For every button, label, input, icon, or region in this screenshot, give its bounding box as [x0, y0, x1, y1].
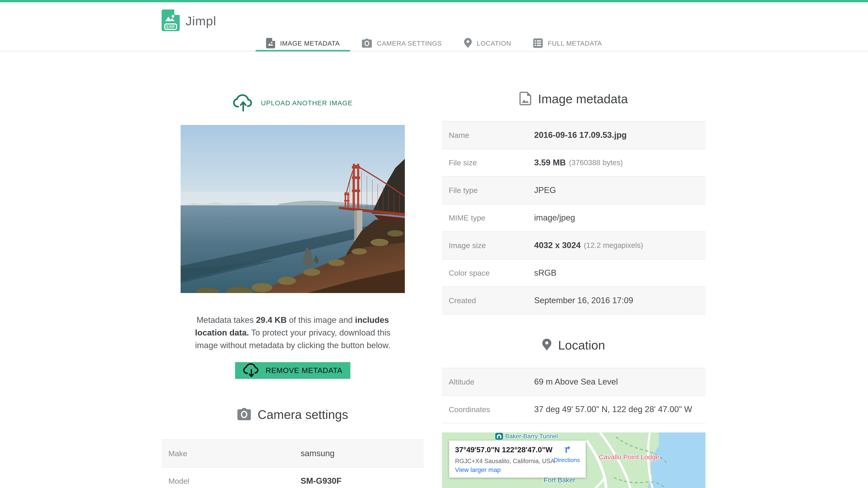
table-row: File type JPEG: [442, 177, 706, 204]
location-heading: Location: [442, 338, 706, 352]
row-note: (12.2 megapixels): [584, 241, 643, 250]
table-row: Color space sRGB: [442, 259, 706, 287]
table-row: Altitude 69 m Above Sea Level: [442, 368, 706, 396]
remove-button-label: REMOVE METADATA: [266, 366, 342, 375]
row-value: sRGB: [534, 268, 557, 278]
row-value: 69 m Above Sea Level: [534, 377, 618, 387]
image-file-icon: [520, 92, 531, 106]
table-row: Coordinates 37 deg 49' 57.00" N, 122 deg…: [442, 396, 706, 423]
upload-another-image-link[interactable]: UPLOAD ANOTHER IMAGE: [162, 93, 424, 113]
svg-text:EXIF: EXIF: [166, 25, 175, 29]
image-metadata-title: Image metadata: [538, 92, 628, 106]
main-content: UPLOAD ANOTHER IMAGE: [162, 52, 706, 488]
row-value: samsung: [301, 449, 335, 458]
tab-camera-settings[interactable]: CAMERA SETTINGS: [351, 36, 452, 51]
location-table: Altitude 69 m Above Sea Level Coordinate…: [442, 368, 706, 423]
camera-settings-heading: Camera settings: [162, 408, 424, 422]
row-label: File type: [442, 186, 534, 195]
pin-icon: [542, 338, 551, 352]
camera-icon: [237, 408, 251, 421]
row-value: 4032 x 3024: [534, 240, 581, 250]
row-label: Model: [162, 477, 301, 486]
table-row: File size 3.59 MB (3760388 bytes): [442, 149, 706, 177]
map-label-lodge: Cavallo Point Lodge: [599, 453, 659, 461]
view-larger-map-link[interactable]: View larger map: [455, 466, 501, 474]
privacy-note: Metadata takes 29.4 KB of this image and…: [190, 314, 396, 352]
row-label: Created: [442, 296, 534, 305]
table-row: Name 2016-09-16 17.09.53.jpg: [442, 122, 706, 149]
row-label: Image size: [442, 241, 534, 250]
list-icon: [533, 38, 543, 49]
camera-settings-title: Camera settings: [258, 408, 348, 422]
table-row: Created September 16, 2016 17:09: [442, 287, 706, 315]
jimpl-exif-logo-icon: EXIF: [162, 9, 180, 32]
tab-label: IMAGE METADATA: [280, 40, 340, 47]
row-note: (3760388 bytes): [569, 158, 623, 167]
row-value: SM-G930F: [301, 476, 342, 486]
row-label: Color space: [442, 269, 534, 278]
tab-bar: IMAGE METADATA CAMERA SETTINGS LOCATION: [0, 36, 868, 52]
tab-label: CAMERA SETTINGS: [377, 40, 442, 47]
row-label: Make: [162, 449, 301, 458]
row-label: MIME type: [442, 214, 534, 222]
camera-settings-table: Make samsung Model SM-G930F: [162, 440, 424, 488]
row-label: File size: [442, 158, 534, 167]
tab-location[interactable]: LOCATION: [454, 36, 522, 51]
row-value: 3.59 MB: [534, 158, 566, 167]
tab-image-metadata[interactable]: IMAGE METADATA: [256, 36, 350, 51]
tab-label: FULL METADATA: [548, 40, 602, 47]
row-value: 2016-09-16 17.09.53.jpg: [534, 130, 627, 140]
image-metadata-table: Name 2016-09-16 17.09.53.jpg File size 3…: [442, 121, 706, 315]
brand-logo[interactable]: EXIF Jimpl: [162, 9, 706, 33]
tab-label: LOCATION: [477, 40, 511, 47]
table-row: Model SM-G930F: [162, 467, 424, 488]
directions-icon: [563, 445, 571, 455]
row-label: Name: [442, 131, 534, 140]
upload-link-label: UPLOAD ANOTHER IMAGE: [261, 99, 352, 107]
row-label: Altitude: [442, 378, 534, 386]
brand-name: Jimpl: [186, 13, 216, 28]
tab-full-metadata[interactable]: FULL METADATA: [523, 36, 612, 51]
row-value: September 16, 2016 17:09: [534, 296, 633, 305]
directions-label: Directions: [554, 457, 580, 464]
left-column: UPLOAD ANOTHER IMAGE: [162, 52, 424, 488]
directions-link[interactable]: Directions: [554, 445, 580, 464]
cloud-upload-icon: [233, 93, 254, 113]
image-file-icon: [266, 38, 275, 49]
camera-icon: [362, 39, 372, 48]
row-value: image/jpeg: [534, 213, 575, 223]
cloud-download-icon: [243, 362, 260, 379]
location-title: Location: [558, 338, 605, 352]
uploaded-photo: [181, 125, 405, 293]
table-row: Make samsung: [162, 440, 424, 467]
map-embed[interactable]: Baker-Barry Tunnel Cavallo Point Lodge F…: [442, 432, 706, 488]
row-label: Coordinates: [442, 405, 534, 414]
remove-metadata-button[interactable]: REMOVE METADATA: [235, 362, 350, 379]
table-row: Image size 4032 x 3024 (12.2 megapixels): [442, 232, 706, 259]
row-value: JPEG: [534, 186, 556, 195]
row-value: 37 deg 49' 57.00" N, 122 deg 28' 47.00" …: [534, 404, 692, 414]
image-metadata-heading: Image metadata: [442, 92, 706, 106]
top-accent-bar: [0, 0, 868, 2]
table-row: MIME type image/jpeg: [442, 204, 706, 232]
right-column: Image metadata Name 2016-09-16 17.09.53.…: [442, 52, 706, 488]
header: EXIF Jimpl: [162, 2, 706, 33]
map-label-tunnel: Baker-Barry Tunnel: [505, 433, 558, 440]
pin-icon: [464, 38, 472, 49]
map-info-card: 37°49'57.0"N 122°28'47.0"W RGJC+X4 Sausa…: [449, 441, 586, 478]
